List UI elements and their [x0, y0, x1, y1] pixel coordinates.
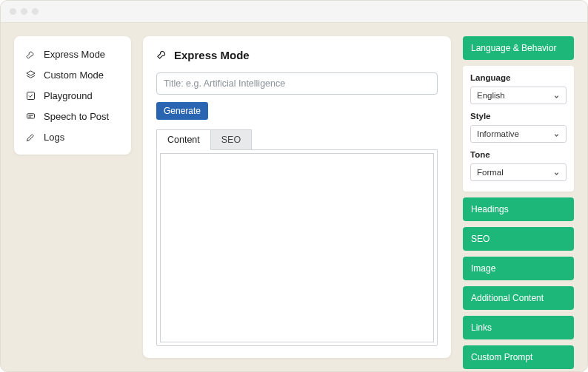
wrench-icon: [156, 48, 168, 62]
accordion-additional-content[interactable]: Additional Content: [463, 286, 574, 310]
pen-icon: [24, 131, 36, 143]
tab-seo[interactable]: SEO: [210, 129, 252, 150]
tone-label: Tone: [470, 150, 567, 159]
accordion-seo[interactable]: SEO: [463, 227, 574, 251]
page-title: Express Mode: [156, 48, 438, 62]
language-select[interactable]: English: [470, 87, 567, 104]
sidebar-item-playground[interactable]: Playground: [20, 85, 125, 106]
main-panel: Express Mode Generate Content SEO: [143, 36, 451, 358]
generate-button[interactable]: Generate: [156, 102, 208, 120]
sidebar-item-label: Playground: [44, 90, 93, 101]
tone-select-value: Formal: [477, 168, 504, 177]
tabs: Content SEO: [156, 129, 438, 149]
accordion-headings[interactable]: Headings: [463, 197, 574, 221]
style-select[interactable]: Informative: [470, 125, 567, 143]
language-behavior-card: Language English Style Informative Tone …: [463, 66, 574, 192]
window-dot: [10, 8, 16, 15]
language-label: Language: [470, 73, 567, 82]
sidebar-item-label: Logs: [44, 132, 64, 143]
style-select-value: Informative: [477, 129, 519, 138]
sidebar-item-custom-mode[interactable]: Custom Mode: [20, 64, 125, 85]
chevron-down-icon: [553, 169, 560, 176]
wrench-icon: [24, 48, 36, 60]
checkbox-icon: [24, 89, 36, 101]
chevron-down-icon: [553, 92, 560, 99]
accordion-image[interactable]: Image: [463, 257, 574, 280]
accordion-custom-prompt[interactable]: Custom Prompt: [463, 345, 574, 369]
app-window: Express Mode Custom Mode Playground Spee…: [0, 0, 588, 372]
sidebar-item-speech-to-post[interactable]: Speech to Post: [20, 106, 125, 126]
sidebar: Express Mode Custom Mode Playground Spee…: [14, 36, 131, 155]
chevron-down-icon: [553, 131, 560, 138]
sidebar-item-label: Custom Mode: [44, 70, 104, 81]
window-dot: [21, 8, 27, 15]
page-title-text: Express Mode: [174, 49, 250, 61]
accordion-links[interactable]: Links: [463, 316, 574, 339]
content-box: [156, 149, 438, 346]
speech-icon: [24, 110, 36, 122]
svg-rect-1: [27, 113, 34, 118]
workspace: Express Mode Custom Mode Playground Spee…: [1, 23, 587, 371]
title-input[interactable]: [156, 72, 438, 95]
style-label: Style: [470, 112, 567, 121]
window-titlebar: [1, 1, 587, 23]
language-select-value: English: [477, 91, 505, 100]
accordion-language-behavior[interactable]: Language & Behavior: [463, 36, 574, 60]
layers-icon: [24, 69, 36, 81]
right-panel: Language & Behavior Language English Sty…: [463, 36, 574, 358]
sidebar-item-logs[interactable]: Logs: [20, 126, 125, 147]
sidebar-item-express-mode[interactable]: Express Mode: [20, 44, 125, 64]
sidebar-item-label: Speech to Post: [44, 111, 109, 122]
tab-content[interactable]: Content: [156, 129, 211, 150]
sidebar-item-label: Express Mode: [44, 49, 105, 60]
content-textarea[interactable]: [160, 153, 434, 342]
window-dot: [32, 8, 39, 15]
tone-select[interactable]: Formal: [470, 163, 567, 181]
svg-rect-0: [27, 92, 34, 99]
